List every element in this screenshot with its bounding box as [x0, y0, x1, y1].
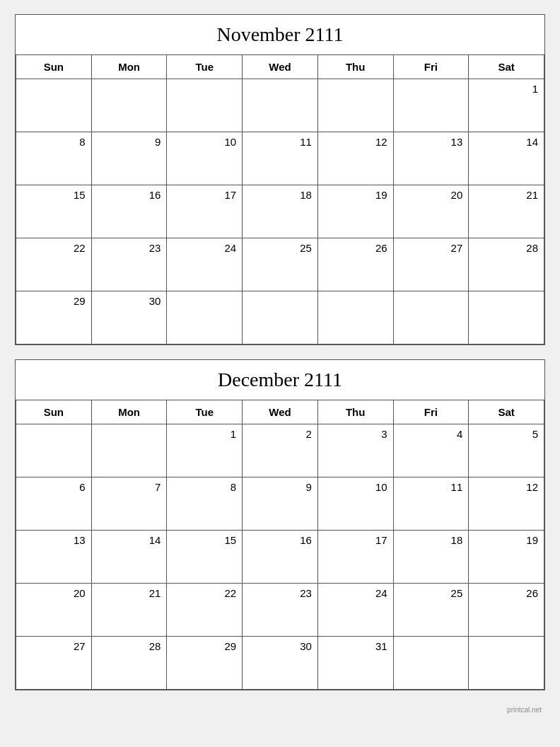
table-row: 21 [469, 185, 544, 238]
table-row [318, 79, 394, 132]
table-row: 16 [243, 531, 318, 584]
table-row [243, 291, 318, 344]
table-row: 29 [16, 291, 92, 344]
header-wed: Wed [243, 55, 318, 79]
table-row [394, 79, 469, 132]
table-row [92, 424, 168, 477]
table-row [394, 637, 469, 690]
table-row: 13 [16, 531, 92, 584]
table-row: 26 [318, 238, 394, 291]
table-row: 24 [318, 584, 394, 637]
table-row [167, 79, 243, 132]
table-row [394, 291, 469, 344]
table-row: 24 [167, 238, 243, 291]
table-row: 29 [167, 637, 243, 690]
table-row: 18 [394, 531, 469, 584]
december-calendar: December 2111 Sun Mon Tue Wed Thu Fri Sa… [15, 359, 545, 690]
table-row: 9 [92, 132, 168, 185]
november-grid: Sun Mon Tue Wed Thu Fri Sat 1 8 9 10 11 … [16, 55, 544, 344]
table-row: 22 [167, 584, 243, 637]
header-sun: Sun [16, 55, 92, 79]
table-row: 27 [16, 637, 92, 690]
table-row: 31 [318, 637, 394, 690]
table-row: 28 [92, 637, 168, 690]
table-row: 8 [16, 132, 92, 185]
header-tue: Tue [167, 400, 243, 424]
table-row: 22 [16, 238, 92, 291]
table-row: 17 [167, 185, 243, 238]
table-row: 5 [469, 424, 544, 477]
table-row [318, 291, 394, 344]
header-mon: Mon [92, 55, 168, 79]
table-row [16, 424, 92, 477]
table-row: 3 [318, 424, 394, 477]
header-wed: Wed [243, 400, 318, 424]
table-row: 13 [394, 132, 469, 185]
table-row: 30 [92, 291, 168, 344]
table-row: 25 [394, 584, 469, 637]
table-row [243, 79, 318, 132]
table-row: 10 [318, 477, 394, 531]
header-sat: Sat [469, 400, 544, 424]
table-row: 12 [469, 477, 544, 531]
table-row [167, 291, 243, 344]
table-row: 7 [92, 477, 168, 531]
table-row: 18 [243, 185, 318, 238]
table-row: 17 [318, 531, 394, 584]
table-row: 14 [469, 132, 544, 185]
table-row: 11 [243, 132, 318, 185]
table-row: 14 [92, 531, 168, 584]
table-row: 23 [243, 584, 318, 637]
header-sun: Sun [16, 400, 92, 424]
table-row: 16 [92, 185, 168, 238]
december-grid: Sun Mon Tue Wed Thu Fri Sat 1 2 3 4 5 6 … [16, 400, 544, 690]
table-row: 25 [243, 238, 318, 291]
table-row: 21 [92, 584, 168, 637]
table-row [469, 637, 544, 690]
table-row: 30 [243, 637, 318, 690]
header-thu: Thu [318, 55, 394, 79]
december-title: December 2111 [16, 360, 544, 400]
header-fri: Fri [394, 55, 469, 79]
table-row: 12 [318, 132, 394, 185]
november-calendar: November 2111 Sun Mon Tue Wed Thu Fri Sa… [15, 14, 545, 345]
table-row: 15 [16, 185, 92, 238]
header-sat: Sat [469, 55, 544, 79]
table-row: 2 [243, 424, 318, 477]
table-row [92, 79, 168, 132]
table-row: 19 [318, 185, 394, 238]
header-tue: Tue [167, 55, 243, 79]
table-row: 1 [167, 424, 243, 477]
table-row [469, 291, 544, 344]
table-row: 9 [243, 477, 318, 531]
table-row: 4 [394, 424, 469, 477]
table-row: 20 [16, 584, 92, 637]
table-row: 20 [394, 185, 469, 238]
table-row: 27 [394, 238, 469, 291]
table-row: 10 [167, 132, 243, 185]
header-thu: Thu [318, 400, 394, 424]
table-row [16, 79, 92, 132]
table-row: 23 [92, 238, 168, 291]
table-row: 11 [394, 477, 469, 531]
table-row: 19 [469, 531, 544, 584]
table-row: 8 [167, 477, 243, 531]
november-title: November 2111 [16, 15, 544, 55]
table-row: 15 [167, 531, 243, 584]
table-row: 1 [469, 79, 544, 132]
header-fri: Fri [394, 400, 469, 424]
table-row: 26 [469, 584, 544, 637]
table-row: 6 [16, 477, 92, 531]
table-row: 28 [469, 238, 544, 291]
header-mon: Mon [92, 400, 168, 424]
watermark: printcal.net [15, 705, 545, 715]
